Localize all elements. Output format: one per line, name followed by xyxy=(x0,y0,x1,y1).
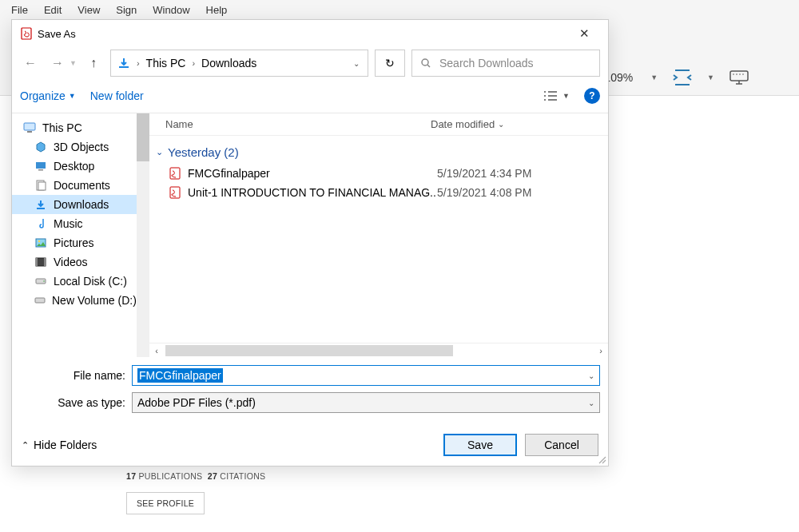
view-mode-icon[interactable]: ▼ xyxy=(543,90,570,101)
chevron-down-icon[interactable]: ⌄ xyxy=(588,371,594,380)
up-icon[interactable]: ↑ xyxy=(83,53,104,73)
chevron-right-icon[interactable]: › xyxy=(190,58,197,68)
nav-row: ← → ▼ ↑ › This PC › Downloads ⌄ ↻ Search… xyxy=(12,47,608,79)
pc-icon xyxy=(23,121,36,134)
scroll-right-icon[interactable]: › xyxy=(594,346,608,355)
chevron-down-icon[interactable]: ⌄ xyxy=(352,59,361,68)
scroll-left-icon[interactable]: ‹ xyxy=(149,346,164,355)
svg-point-19 xyxy=(43,280,45,282)
new-folder-button[interactable]: New folder xyxy=(90,89,144,102)
cube-icon xyxy=(34,141,47,153)
file-row[interactable]: Unit-1 INTRODUCTION TO FINANCIAL MANAG..… xyxy=(149,183,608,202)
file-list[interactable]: ⌄ Yesterday (2) FMCGfinalpaper 5/19/2021… xyxy=(149,136,608,343)
svg-rect-9 xyxy=(36,162,46,169)
group-header[interactable]: ⌄ Yesterday (2) xyxy=(149,141,608,164)
search-input[interactable]: Search Downloads xyxy=(411,50,600,77)
dialog-title: Save As xyxy=(38,28,568,40)
menu-window[interactable]: Window xyxy=(145,2,197,18)
tree-new-volume-d[interactable]: New Volume (D:)⌄ xyxy=(12,291,149,310)
music-icon xyxy=(34,217,47,230)
col-name[interactable]: Name xyxy=(149,118,431,130)
crumb-downloads[interactable]: Downloads xyxy=(201,57,256,69)
file-name: FMCGfinalpaper xyxy=(188,167,270,180)
col-date[interactable]: Date modified⌄ xyxy=(431,118,608,130)
svg-point-2 xyxy=(736,73,737,75)
chevron-up-icon: ⌃ xyxy=(22,440,29,451)
see-profile-button[interactable]: SEE PROFILE xyxy=(126,492,205,514)
organize-button[interactable]: Organize ▼ xyxy=(20,89,76,102)
fit-dropdown-icon[interactable]: ▼ xyxy=(707,73,714,81)
pdf-icon xyxy=(169,186,181,199)
resize-grip-icon[interactable] xyxy=(597,455,606,464)
zoom-controls: 109% ▼ ▼ xyxy=(604,66,751,89)
cancel-button[interactable]: Cancel xyxy=(525,434,598,456)
filename-input[interactable]: FMCGfinalpaper ⌄ xyxy=(132,365,600,386)
menu-edit[interactable]: Edit xyxy=(36,2,70,18)
back-icon[interactable]: ← xyxy=(20,53,41,73)
tree-desktop[interactable]: Desktop xyxy=(12,157,149,176)
menu-help[interactable]: Help xyxy=(198,2,236,18)
form-area: File name: FMCGfinalpaper ⌄ Save as type… xyxy=(12,357,608,423)
zoom-dropdown-icon[interactable]: ▼ xyxy=(650,73,658,81)
tree-scrollbar[interactable] xyxy=(137,113,149,357)
search-icon xyxy=(420,58,431,69)
crumb-this-pc[interactable]: This PC xyxy=(146,57,186,69)
tree-documents[interactable]: Documents xyxy=(12,176,149,195)
tree-label: Videos xyxy=(54,256,88,268)
history-dropdown-icon[interactable]: ▼ xyxy=(70,59,77,67)
drive-icon xyxy=(34,294,46,307)
menu-file[interactable]: File xyxy=(3,2,36,18)
nav-tree[interactable]: This PC 3D Objects Desktop Documents Dow… xyxy=(12,113,149,357)
chevron-right-icon[interactable]: › xyxy=(135,58,141,68)
save-button[interactable]: Save xyxy=(443,434,517,456)
button-row: ⌃ Hide Folders Save Cancel xyxy=(12,423,608,466)
horizontal-scrollbar[interactable]: ‹ › xyxy=(149,343,608,357)
keyboard-icon[interactable] xyxy=(727,66,751,89)
file-date: 5/19/2021 4:08 PM xyxy=(437,186,531,199)
file-area: Name Date modified⌄ ⌄ Yesterday (2) FMCG… xyxy=(149,113,608,357)
pictures-icon xyxy=(34,236,47,249)
svg-rect-5 xyxy=(22,28,31,39)
svg-point-6 xyxy=(422,59,428,66)
help-icon[interactable]: ? xyxy=(584,88,600,104)
file-date: 5/19/2021 4:34 PM xyxy=(437,167,531,180)
svg-rect-20 xyxy=(35,298,45,303)
svg-rect-7 xyxy=(24,123,35,130)
svg-rect-10 xyxy=(38,169,43,171)
menu-view[interactable]: View xyxy=(70,2,108,18)
fit-width-icon[interactable] xyxy=(670,66,694,89)
svg-rect-16 xyxy=(36,258,38,266)
chevron-down-icon[interactable]: ⌄ xyxy=(588,399,594,407)
tree-videos[interactable]: Videos xyxy=(12,252,149,272)
file-name: Unit-1 INTRODUCTION TO FINANCIAL MANAG..… xyxy=(188,186,437,199)
svg-point-14 xyxy=(38,240,40,242)
hide-folders-button[interactable]: ⌃ Hide Folders xyxy=(22,439,97,451)
videos-icon xyxy=(34,256,47,268)
svg-rect-12 xyxy=(38,182,46,190)
tree-3d-objects[interactable]: 3D Objects xyxy=(12,137,149,157)
svg-rect-0 xyxy=(730,71,748,81)
dialog-titlebar: Save As ✕ xyxy=(12,20,608,47)
tree-downloads[interactable]: Downloads xyxy=(12,195,149,214)
tree-pictures[interactable]: Pictures xyxy=(12,233,149,252)
menu-sign[interactable]: Sign xyxy=(108,2,145,18)
tree-music[interactable]: Music xyxy=(12,214,149,233)
tree-label: Local Disk (C:) xyxy=(54,275,127,288)
refresh-icon[interactable]: ↻ xyxy=(375,50,405,77)
tree-this-pc[interactable]: This PC xyxy=(12,118,149,137)
savetype-select[interactable]: Adobe PDF Files (*.pdf) ⌄ xyxy=(132,392,600,413)
column-headers[interactable]: Name Date modified⌄ xyxy=(149,113,608,136)
tree-label: Documents xyxy=(54,179,110,192)
pdf-icon xyxy=(20,27,33,40)
breadcrumb[interactable]: › This PC › Downloads ⌄ xyxy=(110,50,368,77)
file-row[interactable]: FMCGfinalpaper 5/19/2021 4:34 PM xyxy=(149,164,608,183)
forward-icon: → xyxy=(47,53,68,73)
dialog-toolbar: Organize ▼ New folder ▼ ? xyxy=(12,79,608,113)
pdf-icon xyxy=(169,167,181,180)
drive-icon xyxy=(34,275,47,288)
savetype-value: Adobe PDF Files (*.pdf) xyxy=(137,396,256,409)
tree-label: Pictures xyxy=(54,236,94,249)
tree-local-disk-c[interactable]: Local Disk (C:) xyxy=(12,272,149,291)
svg-point-1 xyxy=(733,73,734,75)
close-icon[interactable]: ✕ xyxy=(568,22,600,46)
